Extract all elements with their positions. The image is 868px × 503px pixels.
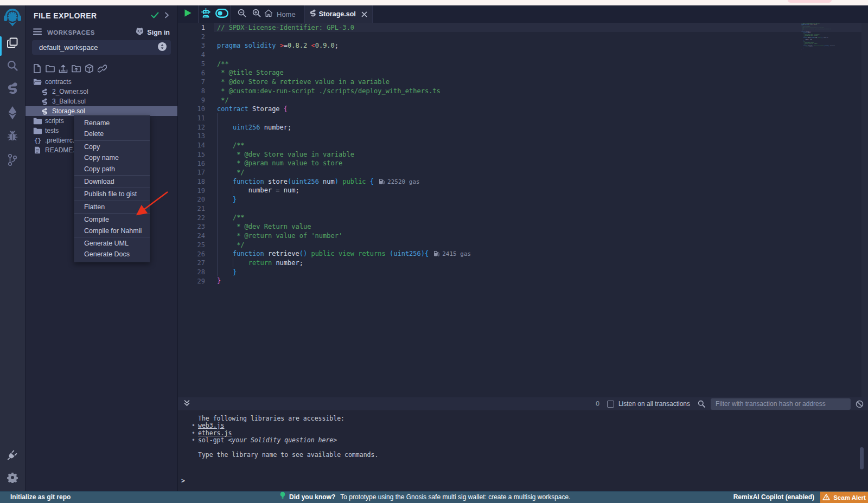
menu-separator: [74, 237, 150, 237]
menu-item-compile[interactable]: Compile: [74, 214, 150, 225]
did-you-know-tip: Did you know? To prototype using the Gno…: [280, 492, 571, 503]
menu-item-compile-for-nahmii[interactable]: Compile for Nahmii: [74, 225, 150, 236]
terminal-search-icon: [698, 400, 705, 408]
expand-terminal-icon[interactable]: [183, 399, 190, 409]
new-file-icon[interactable]: [33, 64, 42, 73]
gas-estimate: 22520 gas: [822, 37, 828, 38]
file-explorer-header: FILE EXPLORER: [25, 5, 177, 23]
upload-file-icon[interactable]: [59, 64, 68, 73]
menu-item-copy-name[interactable]: Copy name: [74, 152, 150, 163]
copilot-status[interactable]: RemixAI Copilot (enabled): [733, 492, 814, 503]
listen-transactions-checkbox[interactable]: [607, 401, 614, 408]
transaction-filter-input[interactable]: [711, 398, 851, 410]
file-explorer-toolbar: [25, 55, 177, 75]
search-icon[interactable]: [0, 60, 25, 71]
tree-item-storage-sol[interactable]: Storage.sol: [25, 106, 177, 116]
svg-text:{}: {}: [34, 137, 41, 144]
terminal-line: The following libraries are accessible:: [178, 415, 868, 422]
minimap[interactable]: // SPDX-License-Identifier: GPL-3.0pragm…: [801, 23, 864, 242]
menu-separator: [74, 188, 150, 188]
scam-alert-label: Scam Alert: [833, 494, 866, 501]
menu-separator: [74, 140, 150, 141]
link-icon[interactable]: [98, 64, 107, 73]
menu-item-copy[interactable]: Copy: [74, 141, 150, 152]
run-script-button[interactable]: [184, 9, 192, 20]
menu-item-flatten[interactable]: Flatten: [74, 202, 150, 212]
file-icon: [33, 146, 42, 154]
menu-item-publish-file-to-gist[interactable]: Publish file to gist: [74, 189, 150, 199]
upload-folder-icon[interactable]: [72, 64, 81, 73]
gas-estimate: 2415 gas: [830, 45, 835, 46]
hamburger-icon[interactable]: [33, 28, 42, 37]
terminal-output[interactable]: The following libraries are accessible:•…: [178, 410, 868, 491]
debugger-icon[interactable]: [0, 131, 25, 141]
settings-icon[interactable]: [0, 472, 25, 483]
github-icon: [135, 28, 144, 37]
solidity-icon: [40, 98, 49, 105]
tree-item-contracts[interactable]: contracts: [25, 77, 177, 87]
solidity-compiler-icon[interactable]: [0, 82, 25, 94]
menu-item-generate-docs[interactable]: Generate Docs: [74, 249, 150, 260]
terminal-link[interactable]: web3.js: [198, 422, 224, 429]
tree-item-3-ballot-sol[interactable]: 3_Ballot.sol: [25, 96, 177, 106]
workspaces-row: WORKSPACES Sign in: [25, 25, 177, 39]
code-content: // SPDX-License-Identifier: GPL-3.0pragm…: [217, 23, 471, 286]
deploy-run-icon[interactable]: [0, 106, 25, 120]
new-folder-icon[interactable]: [46, 64, 55, 73]
terminal-scrollbar-thumb[interactable]: [860, 447, 864, 469]
indent-guide: [217, 113, 218, 276]
solidity-icon: [40, 88, 49, 95]
close-tab-icon[interactable]: [361, 11, 367, 17]
workspace-select[interactable]: default_workspace: [32, 40, 171, 55]
workspaces-label: WORKSPACES: [47, 29, 135, 36]
clear-console-icon[interactable]: [856, 400, 864, 408]
menu-separator: [74, 201, 150, 201]
menu-item-download[interactable]: Download: [74, 176, 150, 187]
file-context-menu: RenameDeleteCopyCopy nameCopy pathDownlo…: [74, 115, 150, 262]
status-bar: Initialize as git repo Did you know? To …: [0, 491, 868, 503]
github-sign-in[interactable]: Sign in: [135, 28, 170, 37]
browser-top-notch: [788, 0, 832, 3]
menu-separator: [74, 175, 150, 176]
indent-guide: [233, 258, 233, 267]
ai-copilot-toggle[interactable]: [215, 9, 228, 20]
tab-storage-label: Storage.sol: [319, 10, 356, 18]
file-explorer-icon[interactable]: [0, 37, 25, 49]
plugin-manager-icon[interactable]: [0, 449, 25, 461]
indent-guide: [233, 186, 233, 195]
zoom-out-icon[interactable]: [238, 9, 246, 20]
remix-logo-icon: [0, 8, 25, 27]
menu-item-rename[interactable]: Rename: [74, 118, 150, 128]
home-icon: [264, 9, 273, 19]
tab-storage-sol[interactable]: Storage.sol: [304, 5, 373, 23]
terminal-link[interactable]: ethers.js: [198, 429, 232, 437]
tab-home-label: Home: [277, 10, 296, 18]
line-numbers: 1234567891011121314151617181920212223242…: [178, 23, 205, 286]
check-icon[interactable]: [151, 11, 159, 21]
menu-item-copy-path[interactable]: Copy path: [74, 164, 150, 175]
chevron-right-icon[interactable]: [164, 11, 169, 21]
tab-home[interactable]: Home: [263, 5, 304, 23]
tip-text: To prototype using the Gnosis safe multi…: [340, 492, 570, 503]
gas-estimate: 22520 gas: [379, 178, 420, 185]
menu-separator: [74, 213, 150, 214]
braces-icon: {}: [33, 137, 42, 144]
git-icon[interactable]: [0, 153, 25, 166]
warning-icon: [822, 494, 830, 501]
tree-item-2-owner-sol[interactable]: 2_Owner.sol: [25, 87, 177, 96]
tree-item-label: 2_Owner.sol: [52, 88, 88, 95]
activity-bar: [0, 5, 25, 491]
workspace-select-arrows-icon: [158, 42, 167, 53]
git-init-button[interactable]: Initialize as git repo: [10, 492, 71, 503]
gist-cube-icon[interactable]: [85, 64, 94, 73]
code-editor[interactable]: 1234567891011121314151617181920212223242…: [178, 23, 868, 397]
ai-copilot-robot-icon[interactable]: [201, 8, 210, 20]
menu-item-generate-uml[interactable]: Generate UML: [74, 238, 150, 249]
tree-item-label: Storage.sol: [52, 107, 85, 115]
menu-item-delete[interactable]: Delete: [74, 128, 150, 139]
workspace-select-value: default_workspace: [39, 43, 158, 51]
zoom-in-icon[interactable]: [252, 9, 261, 20]
editor-toolbar: Home Storage.sol: [178, 5, 868, 23]
scam-alert-button[interactable]: Scam Alert: [820, 492, 868, 503]
folder-icon: [33, 118, 42, 125]
